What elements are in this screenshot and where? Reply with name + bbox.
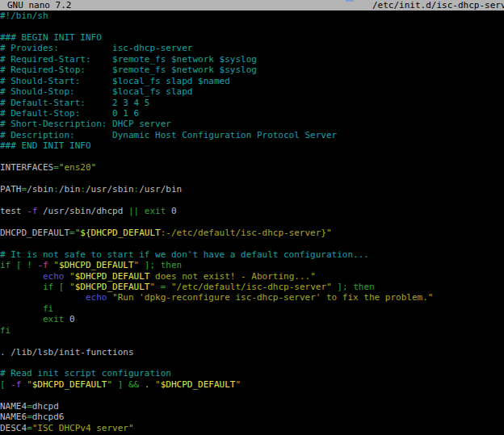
code-line [0, 216, 504, 227]
code-line: INTERFACES="ens20" [0, 162, 504, 173]
code-line: ### END INIT INFO [0, 140, 504, 151]
code-line: # It is not safe to start if we don't ha… [0, 249, 504, 260]
file-path-label: /etc/init.d/isc-dhcp-server [372, 0, 504, 10]
code-line: # Required-Stop: $remote_fs $network $sy… [0, 65, 504, 75]
code-line: # Read init script configuration [0, 368, 504, 379]
code-line: # Should-Start: $local_fs slapd $named [0, 76, 504, 86]
code-line [0, 21, 504, 31]
code-line: echo "Run 'dpkg-reconfigure isc-dhcp-ser… [0, 292, 504, 303]
code-line: ### BEGIN INIT INFO [0, 32, 504, 43]
code-line: NAME6=dhcpd6 [0, 412, 504, 422]
code-line: # Description: Dynamic Host Configuratio… [0, 130, 504, 140]
code-line [0, 152, 504, 162]
code-line: PATH=/sbin:/bin:/usr/sbin:/usr/bin [0, 184, 504, 194]
code-line: # Default-Start: 2 3 4 5 [0, 98, 504, 108]
code-line: [ -f "$DHCPD_DEFAULT" ] && . "$DHCPD_DEF… [0, 379, 504, 390]
code-line: test -f /usr/sbin/dhcpd || exit 0 [0, 206, 504, 216]
nano-title-bar: GNU nano 7.2 /etc/init.d/isc-dhcp-server [0, 0, 504, 10]
screen-artifact [346, 0, 354, 2]
code-line [0, 194, 504, 205]
code-line: if [ "$DHCPD_DEFAULT" = "/etc/default/is… [0, 282, 504, 292]
code-line: # Short-Description: DHCP server [0, 119, 504, 129]
nano-version-label: GNU nano 7.2 [7, 0, 71, 10]
code-line: # Required-Start: $remote_fs $network $s… [0, 54, 504, 65]
code-line: fi [0, 325, 504, 336]
code-line: # Should-Stop: $local_fs slapd [0, 86, 504, 97]
code-line: NAME4=dhcpd [0, 401, 504, 412]
code-line [0, 358, 504, 368]
code-line [0, 336, 504, 346]
code-line [0, 174, 504, 184]
code-line: # Default-Stop: 0 1 6 [0, 108, 504, 119]
code-line: # Provides: isc-dhcp-server [0, 43, 504, 53]
code-line: if [ ! -f "$DHCPD_DEFAULT" ]; then [0, 260, 504, 270]
code-line: DHCPD_DEFAULT="${DHCPD_DEFAULT:-/etc/def… [0, 228, 504, 238]
code-line: #!/bin/sh [0, 10, 504, 21]
terminal-screen: GNU nano 7.2 /etc/init.d/isc-dhcp-server… [0, 0, 504, 435]
code-line: . /lib/lsb/init-functions [0, 347, 504, 358]
code-line [0, 238, 504, 249]
code-line: DESC4="ISC DHCPv4 server" [0, 423, 504, 433]
code-line: echo "$DHCPD_DEFAULT does not exist! - A… [0, 271, 504, 282]
code-line: fi [0, 303, 504, 314]
code-line [0, 390, 504, 400]
editor-text-area[interactable]: #!/bin/sh### BEGIN INIT INFO# Provides: … [0, 10, 504, 433]
code-line: exit 0 [0, 314, 504, 324]
